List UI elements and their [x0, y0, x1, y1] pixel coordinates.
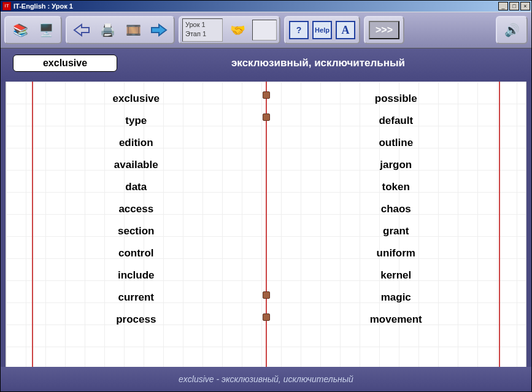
- word-left[interactable]: exclusive: [112, 88, 160, 110]
- arrow-left-icon: [73, 23, 90, 37]
- reels-icon: 🎞️: [126, 23, 141, 37]
- word-right[interactable]: default: [379, 110, 413, 132]
- close-button[interactable]: ×: [520, 2, 530, 10]
- print-button[interactable]: 🖨️: [96, 20, 118, 40]
- window-title: IT-English : Урок 1: [13, 2, 498, 10]
- header-band: exclusive эксклюзивный, исключительный: [1, 48, 531, 82]
- next-nav-button[interactable]: [148, 20, 170, 40]
- next-label: >>>: [376, 25, 393, 36]
- word-left[interactable]: include: [118, 264, 155, 286]
- next-group: >>>: [364, 16, 404, 44]
- next-button[interactable]: >>>: [369, 21, 399, 39]
- help-group: ? Help A: [284, 16, 360, 44]
- word-right[interactable]: uniform: [377, 242, 415, 264]
- app-icon: IT: [2, 2, 11, 10]
- word-right[interactable]: magic: [381, 286, 411, 309]
- lesson-line1: Урок 1: [185, 20, 220, 29]
- lesson-line2: Этап 1: [185, 29, 220, 39]
- word-right[interactable]: grant: [383, 220, 409, 242]
- word-columns: exclusivetypeeditionavailabledataaccesss…: [6, 88, 526, 367]
- footer-bar: exclusive - эксклюзивный, исключительный: [1, 367, 531, 391]
- question-button[interactable]: ?: [289, 21, 309, 39]
- books-icon: 📚: [13, 23, 28, 37]
- content-area: exclusivetypeeditionavailabledataaccesss…: [1, 82, 531, 367]
- computer-icon: 🖥️: [39, 23, 54, 37]
- speaker-icon: 🔊: [504, 23, 520, 37]
- word-left[interactable]: edition: [119, 132, 153, 154]
- window-controls: _ □ ×: [498, 2, 530, 10]
- word-left[interactable]: current: [118, 286, 154, 309]
- library-button[interactable]: 📚: [9, 20, 31, 40]
- sound-button[interactable]: 🔊: [501, 20, 523, 40]
- word-right[interactable]: chaos: [381, 198, 411, 220]
- left-column: exclusivetypeeditionavailabledataaccesss…: [6, 88, 266, 367]
- question-icon: ?: [296, 25, 302, 35]
- word-right[interactable]: possible: [375, 88, 417, 110]
- word-right[interactable]: kernel: [380, 264, 411, 286]
- word-left[interactable]: process: [116, 309, 156, 331]
- current-translation: эксклюзивный, исключительный: [117, 57, 519, 69]
- file-group: 📚 🖥️: [4, 16, 62, 44]
- computer-button[interactable]: 🖥️: [35, 20, 57, 40]
- word-right[interactable]: jargon: [380, 154, 412, 176]
- word-left[interactable]: control: [118, 242, 154, 264]
- word-left[interactable]: type: [125, 110, 147, 132]
- word-left[interactable]: data: [125, 176, 147, 198]
- word-left[interactable]: access: [118, 198, 153, 220]
- lesson-group: Урок 1 Этап 1 🤝: [179, 16, 280, 44]
- nav-group: 🖨️ 🎞️: [66, 16, 175, 44]
- printer-icon: 🖨️: [100, 23, 115, 37]
- right-column: possibledefaultoutlinejargontokenchaosgr…: [266, 88, 526, 367]
- word-right[interactable]: token: [382, 176, 410, 198]
- footer-text: exclusive - эксклюзивный, исключительный: [179, 374, 353, 384]
- help-button[interactable]: Help: [312, 21, 332, 39]
- word-left[interactable]: available: [114, 154, 158, 176]
- handshake-button[interactable]: 🤝: [226, 20, 249, 40]
- font-icon: A: [342, 24, 350, 37]
- word-right[interactable]: movement: [370, 309, 422, 331]
- word-left[interactable]: section: [118, 220, 155, 242]
- current-word-box: exclusive: [13, 55, 117, 72]
- arrow-right-icon: [150, 23, 168, 37]
- prev-button[interactable]: [71, 20, 93, 40]
- toolbar: 📚 🖥️ 🖨️ 🎞️: [1, 12, 531, 48]
- font-button[interactable]: A: [336, 21, 355, 39]
- sound-group: 🔊: [496, 16, 528, 44]
- maximize-button[interactable]: □: [509, 2, 519, 10]
- handshake-icon: 🤝: [230, 23, 245, 37]
- record-button[interactable]: 🎞️: [122, 20, 144, 40]
- minimize-button[interactable]: _: [498, 2, 508, 10]
- lesson-info: Урок 1 Этап 1: [182, 18, 223, 42]
- word-right[interactable]: outline: [379, 132, 413, 154]
- help-label: Help: [315, 26, 330, 34]
- current-word: exclusive: [43, 58, 87, 69]
- titlebar: IT IT-English : Урок 1 _ □ ×: [1, 1, 531, 12]
- word-sheet: exclusivetypeeditionavailabledataaccesss…: [6, 82, 526, 367]
- app-window: IT IT-English : Урок 1 _ □ × 📚 🖥️ 🖨️: [0, 0, 532, 392]
- empty-slot: [252, 20, 277, 40]
